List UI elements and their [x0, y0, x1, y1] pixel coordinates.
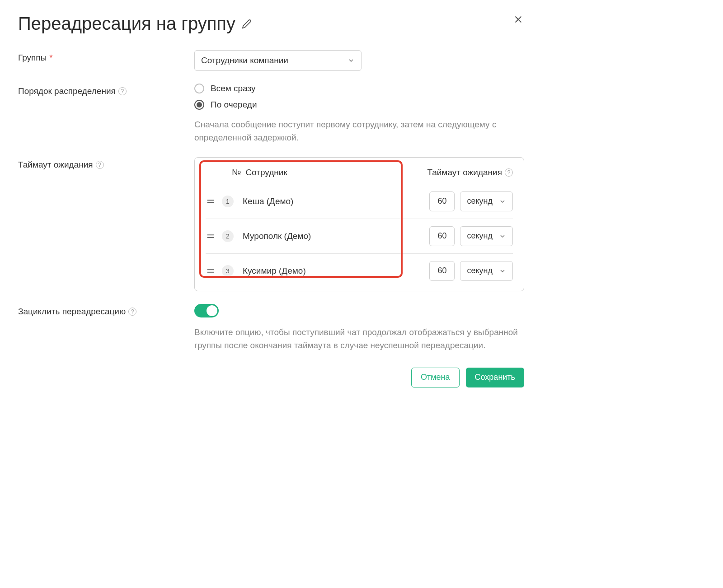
radio-queue-label: По очереди — [211, 100, 257, 110]
timeout-label: Таймаут ожидания ? — [18, 157, 194, 170]
row-number-badge: 1 — [222, 196, 234, 207]
radio-circle-icon — [194, 100, 204, 110]
dialog-header: Переадресация на группу — [18, 14, 524, 34]
timeout-unit-value: секунд — [467, 231, 493, 241]
drag-handle-icon[interactable] — [206, 196, 216, 206]
timeout-unit-value: секунд — [467, 196, 493, 206]
chevron-down-icon — [499, 267, 506, 275]
distribution-description: Сначала сообщение поступит первому сотру… — [194, 118, 524, 145]
column-header-timeout: Таймаут ожидания — [427, 168, 502, 177]
help-icon[interactable]: ? — [128, 308, 136, 316]
radio-in-queue[interactable]: По очереди — [194, 100, 524, 110]
loop-description: Включите опцию, чтобы поступивший чат пр… — [194, 326, 524, 352]
loop-label-text: Зациклить переадресацию — [18, 307, 126, 317]
help-icon[interactable]: ? — [118, 87, 127, 95]
close-icon[interactable] — [512, 14, 524, 25]
timeout-value-input[interactable] — [429, 226, 455, 246]
radio-all-at-once[interactable]: Всем сразу — [194, 84, 524, 93]
loop-toggle[interactable] — [194, 304, 219, 317]
employee-row: 3 Кусимир (Демо) секунд — [206, 253, 513, 288]
distribution-label-text: Порядок распределения — [18, 86, 116, 96]
distribution-label: Порядок распределения ? — [18, 84, 194, 96]
radio-circle-icon — [194, 84, 204, 93]
row-number-badge: 2 — [222, 230, 234, 242]
required-asterisk: * — [49, 53, 52, 63]
chevron-down-icon — [499, 198, 506, 205]
toggle-knob — [207, 305, 217, 316]
employee-name: Кусимир (Демо) — [243, 266, 429, 276]
drag-handle-icon[interactable] — [206, 266, 216, 276]
groups-label-text: Группы — [18, 53, 47, 63]
employee-name: Кеша (Демо) — [243, 196, 429, 206]
drag-handle-icon[interactable] — [206, 231, 216, 241]
groups-label: Группы * — [18, 50, 194, 63]
page-title: Переадресация на группу — [18, 14, 235, 34]
employee-row: 1 Кеша (Демо) секунд — [206, 184, 513, 219]
employee-name: Мурополк (Демо) — [243, 231, 429, 241]
save-button[interactable]: Сохранить — [466, 368, 524, 387]
radio-all-label: Всем сразу — [211, 84, 256, 93]
timeout-unit-value: секунд — [467, 266, 493, 275]
timeout-unit-select[interactable]: секунд — [460, 226, 513, 246]
employee-row: 2 Мурополк (Демо) секунд — [206, 219, 513, 253]
row-number-badge: 3 — [222, 265, 234, 277]
column-header-employee: Сотрудник — [245, 168, 287, 177]
chevron-down-icon — [347, 57, 355, 64]
loop-label: Зациклить переадресацию ? — [18, 304, 194, 317]
timeout-label-text: Таймаут ожидания — [18, 160, 93, 170]
chevron-down-icon — [499, 233, 506, 240]
groups-select[interactable]: Сотрудники компании — [194, 50, 362, 71]
groups-select-value: Сотрудники компании — [201, 56, 288, 65]
timeout-value-input[interactable] — [429, 261, 455, 281]
column-header-number: № — [232, 168, 241, 177]
dialog-footer: Отмена Сохранить — [18, 368, 524, 387]
timeout-panel: № Сотрудник Таймаут ожидания ? 1 Кеша (Д… — [194, 157, 524, 291]
help-icon[interactable]: ? — [96, 161, 104, 169]
cancel-button[interactable]: Отмена — [411, 368, 460, 387]
timeout-unit-select[interactable]: секунд — [460, 191, 513, 211]
timeout-unit-select[interactable]: секунд — [460, 261, 513, 281]
help-icon[interactable]: ? — [505, 168, 513, 177]
pencil-icon[interactable] — [242, 19, 252, 29]
timeout-value-input[interactable] — [429, 191, 455, 211]
